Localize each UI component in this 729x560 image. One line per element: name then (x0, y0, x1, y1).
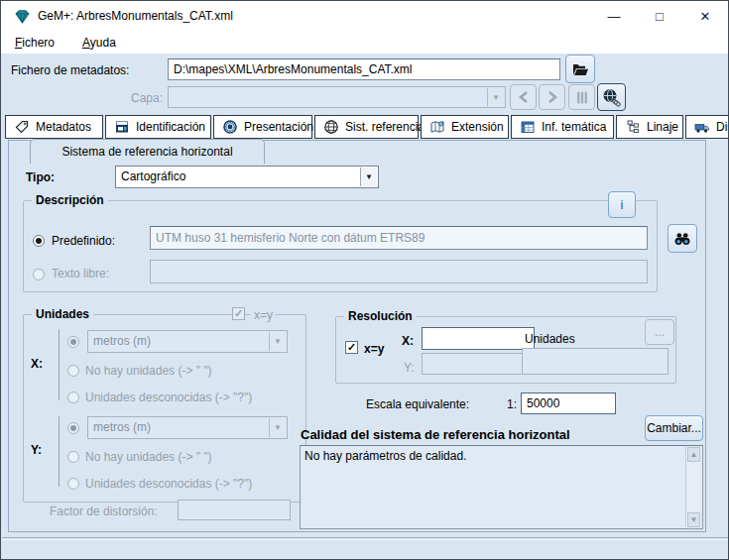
chevron-down-icon[interactable]: ▼ (360, 168, 377, 186)
link-geodata-button[interactable] (597, 83, 626, 111)
menu-ayuda[interactable]: Ayuda (77, 34, 121, 52)
calidad-textbox[interactable]: No hay parámetros de calidad. ▲ ▼ (300, 445, 703, 529)
resolucion-xy-checkbox[interactable] (345, 341, 358, 354)
texto-libre-input[interactable] (150, 260, 648, 283)
x-no-units-label: No hay unidades (-> " ") (85, 364, 212, 378)
escala-prefix: 1: (507, 397, 517, 411)
tab-sist-referencia[interactable]: Sist. referencia (314, 115, 419, 139)
y-units-combobox[interactable]: metros (m) ▼ (87, 416, 288, 439)
resolucion-x-label: X: (402, 334, 414, 348)
y-units-radio[interactable] (67, 422, 79, 434)
info-button[interactable]: i (608, 191, 636, 218)
unidades-title: Unidades (32, 307, 93, 321)
search-crs-button[interactable] (668, 224, 697, 253)
tab-label: Linaje (647, 120, 678, 134)
tab-identificacion[interactable]: Identificación (105, 115, 211, 139)
table-icon (520, 119, 536, 135)
calidad-scrollbar[interactable]: ▲ ▼ (685, 447, 701, 527)
tab-extension[interactable]: Extensión (421, 115, 509, 139)
escala-label: Escala equivalente: (366, 397, 469, 411)
chevron-down-icon[interactable]: ▼ (269, 418, 286, 437)
globe-link-icon (602, 88, 621, 107)
resolucion-xy-label: x=y (364, 342, 384, 356)
texto-libre-label: Texto libre: (52, 267, 109, 280)
factor-distorsion-input[interactable] (178, 500, 291, 520)
divider (59, 416, 60, 487)
prev-layer-button[interactable] (510, 84, 537, 110)
unidades-y-label: Y: (31, 443, 42, 457)
window-title: GeM+: ArbresMonumentals_CAT.xml (38, 9, 233, 23)
x-unknown-units-label: Unidades desconocidas (-> "?") (85, 391, 252, 404)
escala-input[interactable] (521, 392, 616, 414)
scroll-up-icon[interactable]: ▲ (687, 447, 700, 462)
tab-metadatos[interactable]: Metadatos (5, 115, 103, 139)
y-no-units-label: No hay unidades (-> " ") (85, 450, 212, 464)
tab-label: Inf. temática (542, 120, 606, 134)
tipo-value: Cartográfico (121, 169, 358, 183)
map-icon (429, 119, 445, 135)
x-units-value: metros (m) (93, 334, 267, 348)
tab-linaje[interactable]: Linaje (616, 115, 683, 139)
x-no-units-radio[interactable] (67, 365, 79, 377)
file-label: Fichero de metadatos: (11, 63, 129, 77)
globe-icon (323, 119, 339, 135)
chevron-down-icon[interactable]: ▼ (269, 332, 286, 351)
bars-icon (575, 90, 589, 105)
tipo-label: Tipo: (26, 170, 55, 184)
tag-icon (14, 119, 30, 135)
predefinido-input[interactable] (150, 226, 648, 250)
tab-presentacion[interactable]: Presentación (213, 115, 312, 139)
unidades-x-label: X: (31, 357, 43, 371)
tab-label: Sist. referencia (345, 120, 425, 134)
menu-bar: Fichero Ayuda (1, 31, 728, 54)
chevron-down-icon[interactable]: ▼ (487, 88, 504, 106)
layer-list-button[interactable] (568, 84, 595, 110)
predefinido-label: Predefinido: (52, 234, 115, 248)
resolucion-y-input[interactable] (422, 353, 535, 375)
gem-app-icon (14, 8, 31, 25)
form-icon (114, 119, 130, 135)
tab-label: Metadatos (36, 120, 91, 134)
scroll-down-icon[interactable]: ▼ (687, 512, 700, 527)
factor-distorsion-label: Factor de distorsión: (50, 504, 158, 518)
y-unknown-units-radio[interactable] (67, 478, 79, 490)
y-no-units-radio[interactable] (67, 451, 79, 463)
folder-open-icon (571, 61, 589, 77)
calidad-text: No hay parámetros de calidad. (304, 449, 682, 463)
layer-combobox[interactable]: ▼ (168, 86, 506, 108)
tab-label: Presentación (244, 120, 313, 134)
chevron-left-icon (518, 90, 530, 104)
binoculars-icon (673, 230, 691, 247)
cambiar-button[interactable]: Cambiar... (645, 415, 703, 441)
tab-inf-tematica[interactable]: Inf. temática (511, 115, 614, 139)
app-window: GeM+: ArbresMonumentals_CAT.xml — □ ✕ Fi… (0, 0, 729, 560)
truck-icon (694, 119, 710, 135)
resolucion-more-button[interactable]: ... (645, 319, 674, 345)
subtab-sistema-referencia-horizontal[interactable]: Sistema de referencia horizontal (30, 139, 265, 164)
unidades-xy-label: x=y (251, 308, 276, 322)
resolucion-unidades-label: Unidades (525, 332, 575, 346)
open-file-button[interactable] (565, 55, 595, 83)
eye-icon (222, 119, 238, 135)
texto-libre-radio[interactable] (33, 269, 45, 280)
tipo-combobox[interactable]: Cartográfico ▼ (115, 166, 379, 188)
next-layer-button[interactable] (539, 84, 565, 110)
minimize-button[interactable]: — (591, 1, 637, 31)
unidades-xy-checkbox[interactable] (232, 307, 245, 320)
resolucion-unidades-input[interactable] (522, 348, 668, 375)
x-units-combobox[interactable]: metros (m) ▼ (87, 330, 288, 353)
maximize-button[interactable]: □ (637, 1, 682, 31)
menu-fichero[interactable]: Fichero (10, 34, 60, 52)
descripcion-title: Descripción (32, 193, 108, 207)
predefinido-radio[interactable] (33, 235, 45, 247)
tab-label: Identificación (136, 120, 205, 134)
title-bar: GeM+: ArbresMonumentals_CAT.xml — □ ✕ (1, 1, 728, 31)
resolucion-x-input[interactable] (422, 327, 535, 350)
x-units-radio[interactable] (67, 336, 79, 348)
x-unknown-units-radio[interactable] (67, 392, 79, 403)
close-button[interactable]: ✕ (682, 1, 728, 31)
divider (2, 537, 728, 540)
y-units-value: metros (m) (93, 420, 267, 434)
metadata-file-input[interactable] (168, 58, 560, 80)
tab-distribucion[interactable]: Dis (685, 115, 729, 139)
